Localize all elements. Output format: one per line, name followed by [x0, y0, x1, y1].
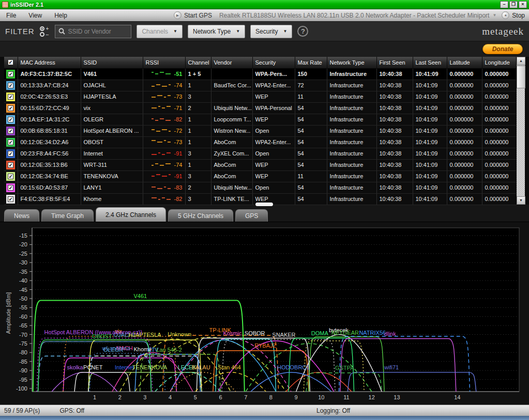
network-curve-label: GSTPA — [335, 365, 354, 371]
column-header[interactable]: First Seen — [376, 57, 413, 68]
cell-first-seen: 10:40:38 — [376, 148, 413, 159]
cell-last-seen: 10:41:09 — [413, 182, 447, 193]
column-header[interactable]: Last Seen — [413, 57, 447, 68]
column-header[interactable]: Longitude — [482, 57, 516, 68]
menu-help[interactable]: Help — [48, 10, 73, 21]
app-icon — [2, 2, 8, 8]
column-header[interactable]: RSSI — [143, 57, 185, 68]
menu-file[interactable]: File — [0, 10, 22, 21]
table-row[interactable]: ✓ A0:F3:C1:37:B2:5C V461 -51 1 + 5 WPA-P… — [4, 68, 516, 80]
table-row[interactable]: ✓ 00:15:6D:72:CC:49 vix -71 2 Ubiquiti N… — [4, 102, 516, 114]
cell-rssi: -72 — [143, 125, 185, 136]
network-checkbox[interactable]: ✓ — [6, 104, 15, 113]
network-checkbox[interactable]: ✓ — [6, 70, 15, 79]
tab-news[interactable]: News — [4, 209, 39, 222]
search-box[interactable] — [55, 25, 131, 38]
cell-max-rate: 54 — [295, 193, 327, 205]
svg-text:2: 2 — [118, 394, 122, 400]
filter-include-radio[interactable] — [40, 26, 44, 31]
select-all-checkbox[interactable]: ✓ — [4, 57, 18, 68]
filter-exclude-radio[interactable] — [40, 32, 44, 37]
column-header[interactable]: SSID — [81, 57, 143, 68]
network-curve-label: skolka — [67, 364, 83, 370]
cell-max-rate: 11 — [295, 170, 327, 182]
column-header[interactable]: Max Rate — [295, 57, 327, 68]
donate-button[interactable]: Donate — [482, 44, 523, 54]
table-row[interactable]: ✓ 00:23:F8:A4:FC:56 Internet -91 3 ZyXEL… — [4, 148, 516, 159]
network-curve-label: NATRIX56 — [359, 330, 386, 336]
cell-latitude: 0.000000 — [447, 91, 482, 102]
chevron-down-icon[interactable]: ▼ — [492, 13, 496, 18]
table-row[interactable]: ✓ 00:12:0E:34:D2:A6 OBOST -73 1 AboCom W… — [4, 136, 516, 148]
start-gps-button[interactable]: ▶ Start GPS — [174, 11, 212, 19]
search-input[interactable] — [68, 28, 125, 35]
table-row[interactable]: ✓ 00:0B:6B:85:18:31 HotSpot ALBERON ... … — [4, 125, 516, 136]
cell-mac: 00:15:6D:A0:53:87 — [18, 182, 81, 193]
network-checkbox[interactable]: ✓ — [6, 149, 15, 158]
network-curve-label: dlink — [384, 331, 396, 337]
svg-text:4: 4 — [169, 394, 172, 400]
chevron-down-icon: ▼ — [283, 29, 287, 34]
column-header[interactable]: Channel — [185, 57, 211, 68]
tab-2-4-ghz-channels[interactable]: 2.4 GHz Channels — [96, 207, 166, 222]
close-button[interactable]: × — [519, 1, 527, 8]
column-header[interactable]: Security — [252, 57, 295, 68]
help-button[interactable]: ? — [297, 26, 308, 37]
scroll-down-icon[interactable]: ▼ — [517, 196, 525, 205]
pane-splitter-handle[interactable] — [255, 203, 273, 206]
filter-bar: FILTER + – Channels▼ Network Type▼ Secur… — [0, 22, 529, 41]
menu-view[interactable]: View — [22, 10, 48, 21]
cell-rssi: -74 — [143, 159, 185, 170]
cell-mac: 00:1A:EF:1A:31:2C — [18, 114, 81, 125]
cell-ssid: vix — [81, 102, 143, 114]
network-type-dropdown[interactable]: Network Type▼ — [188, 25, 245, 38]
cell-latitude: 0.000000 — [447, 148, 482, 159]
tab-gps[interactable]: GPS — [235, 209, 268, 222]
window-title: inSSIDer 2.1 — [10, 2, 499, 8]
network-checkbox[interactable]: ✓ — [6, 81, 15, 90]
tab-time-graph[interactable]: Time Graph — [41, 209, 94, 222]
network-checkbox[interactable]: ✓ — [6, 127, 15, 135]
svg-text:-50: -50 — [19, 295, 27, 302]
cell-security: WPA-Personal — [252, 102, 295, 114]
tab-5-ghz-channels[interactable]: 5 GHz Channels — [168, 209, 233, 222]
security-dropdown[interactable]: Security▼ — [250, 25, 292, 38]
table-row[interactable]: ✓ 02:0C:42:26:53:E3 HJAPTESLA -73 3 WEP … — [4, 91, 516, 102]
column-header[interactable]: Vendor — [211, 57, 252, 68]
network-curve-label: wifi71 — [384, 364, 399, 370]
maximize-button[interactable]: ❐ — [509, 1, 518, 8]
svg-text:12: 12 — [369, 394, 375, 400]
table-row[interactable]: ✓ 00:12:0E:34:74:BE TENENKOVA -91 3 AboC… — [4, 170, 516, 182]
table-row[interactable]: ✓ 00:1A:EF:1A:31:2C OLEGR -82 1 Loopcomm… — [4, 114, 516, 125]
scroll-up-icon[interactable]: ▲ — [517, 57, 525, 65]
stop-button[interactable]: ⏺ Stop — [502, 11, 525, 19]
channel-graph-svg[interactable]: -15-20-25-30-35-40-45-50-55-60-65-70-75-… — [4, 225, 525, 404]
column-header[interactable]: Latitude — [447, 57, 482, 68]
network-checkbox[interactable]: ✓ — [6, 138, 15, 147]
network-checkbox[interactable]: ✓ — [6, 115, 15, 124]
minimize-button[interactable]: – — [500, 1, 508, 8]
network-curve-label: Internet — [115, 364, 134, 370]
column-header[interactable]: Network Type — [327, 57, 376, 68]
security-dropdown-label: Security — [255, 28, 278, 35]
cell-vendor — [211, 68, 252, 80]
svg-text:-35: -35 — [19, 269, 27, 275]
network-checkbox[interactable]: ✓ — [6, 195, 15, 204]
network-checkbox[interactable]: ✓ — [6, 161, 15, 169]
network-curve-label: OBOST — [92, 333, 112, 339]
table-row[interactable]: ✓ 00:15:6D:A0:53:87 LANY1 -83 2 Ubiquiti… — [4, 182, 516, 193]
svg-text:3: 3 — [143, 394, 146, 400]
table-row[interactable]: ✓ 00:12:0E:35:13:B6 WRT-311 -74 1 AboCom… — [4, 159, 516, 170]
table-row[interactable]: ✓ 00:13:33:A7:CB:24 OJACHL -74 1 BaudTec… — [4, 80, 516, 91]
scrollbar-thumb[interactable] — [517, 66, 525, 88]
network-checkbox[interactable]: ✓ — [6, 92, 15, 101]
network-curve-label: DOMA — [311, 330, 329, 336]
network-table-zone: ✓MAC AddressSSIDRSSIChannelVendorSecurit… — [0, 57, 529, 205]
table-scrollbar[interactable]: ▲ ▼ — [516, 57, 525, 205]
network-checkbox[interactable]: ✓ — [6, 183, 15, 192]
channels-dropdown[interactable]: Channels▼ — [137, 25, 183, 38]
network-checkbox[interactable]: ✓ — [6, 172, 15, 181]
cell-rssi: -51 — [143, 68, 185, 80]
column-header[interactable]: MAC Address — [18, 57, 81, 68]
adapter-selector[interactable]: Realtek RTL8188SU Wireless LAN 802.11n U… — [219, 12, 489, 19]
